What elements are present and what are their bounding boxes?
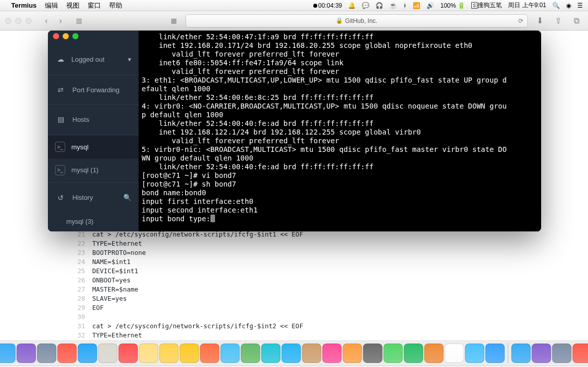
ime-icon[interactable]: 🅂 搜狗五笔 bbox=[471, 1, 502, 10]
cloud-icon: ☁ bbox=[55, 54, 66, 65]
tabs-icon[interactable]: ⧉ bbox=[570, 16, 583, 25]
code-text: TYPE=Ethernet bbox=[92, 331, 142, 339]
dock-safari-icon[interactable] bbox=[78, 344, 97, 363]
terminal-line: input bond type: bbox=[142, 215, 538, 223]
terminal-icon: >_ bbox=[55, 142, 65, 152]
bluetooth-icon[interactable]: ᚼ bbox=[403, 2, 407, 9]
safari-traffic-lights[interactable] bbox=[5, 18, 32, 24]
browser-content: 21cat > /etc/sysconfig/network-scripts/i… bbox=[0, 31, 588, 342]
back-button[interactable]: ‹ bbox=[40, 15, 53, 27]
dock-opera-icon[interactable] bbox=[58, 344, 77, 363]
spotlight-icon[interactable]: 🔍 bbox=[552, 2, 560, 9]
maximize-icon[interactable] bbox=[25, 18, 32, 24]
sidebar-toggle-button[interactable]: ▥ bbox=[72, 15, 86, 27]
dock-launchpad-icon[interactable] bbox=[37, 344, 57, 363]
menu-view[interactable]: 视图 bbox=[66, 1, 79, 10]
close-icon[interactable] bbox=[5, 18, 11, 24]
line-number: 32 bbox=[70, 331, 92, 339]
terminal-line: 5: virbr0-nic: <BROADCAST,MULTICAST> mtu… bbox=[142, 145, 538, 154]
dock-appstore-icon[interactable] bbox=[282, 344, 301, 363]
termius-traffic-lights[interactable] bbox=[53, 33, 78, 39]
dock-facetime-icon[interactable] bbox=[241, 344, 260, 363]
dock-messages-icon[interactable] bbox=[221, 344, 240, 363]
dock-notes-icon[interactable] bbox=[159, 344, 179, 363]
dock-reminders-icon[interactable] bbox=[139, 344, 158, 363]
sidebar-item-hosts[interactable]: ▤ Hosts bbox=[48, 106, 139, 133]
user-status[interactable]: ☁ Logged out ▾ bbox=[48, 45, 139, 74]
maximize-icon[interactable] bbox=[72, 33, 78, 39]
siri-menubar-icon[interactable]: ◉ bbox=[566, 2, 571, 9]
sidebar-item-history[interactable]: ↺ History 🔍 bbox=[48, 184, 139, 211]
wechat-menubar-icon[interactable]: 💬 bbox=[362, 2, 369, 9]
terminal-line: efault qlen 1000 bbox=[142, 85, 538, 93]
dock-photos-icon[interactable] bbox=[200, 344, 220, 363]
wifi-icon[interactable]: 📶 bbox=[413, 2, 420, 9]
minimize-icon[interactable] bbox=[15, 18, 21, 24]
dock-chat-icon[interactable] bbox=[261, 344, 281, 363]
dock-preview-icon[interactable] bbox=[180, 344, 199, 363]
dock-settings-icon[interactable] bbox=[363, 344, 383, 363]
safari-toolbar: ‹ › ▥ ▦ 🔒 GitHub, Inc. ⟳ ⬇ ⇪ ⧉ bbox=[0, 11, 588, 31]
code-line: 28SLAVE=yes bbox=[70, 294, 519, 303]
code-line: 27MASTER=$name bbox=[70, 284, 519, 294]
menu-window[interactable]: 窗口 bbox=[88, 1, 101, 10]
menu-edit[interactable]: 编辑 bbox=[45, 1, 58, 10]
clock[interactable]: 周日 上午9:01 bbox=[508, 1, 546, 10]
tab-overview-button[interactable]: ▦ bbox=[167, 15, 180, 27]
code-text: MASTER=$name bbox=[92, 285, 138, 293]
dock-notes-app-icon[interactable] bbox=[98, 344, 118, 363]
termius-sidebar: ☁ Logged out ▾ ⇄ Port Forwarding ▤ Hosts… bbox=[48, 31, 139, 231]
dock-blank-icon[interactable] bbox=[512, 344, 531, 363]
sidebar-item-mysql[interactable]: >_ mysql bbox=[48, 136, 139, 159]
url-bar[interactable]: 🔒 GitHub, Inc. ⟳ bbox=[185, 14, 528, 28]
dock-wechat2-icon[interactable] bbox=[404, 344, 423, 363]
dock-trash-icon[interactable] bbox=[573, 344, 589, 363]
dock-books-icon[interactable] bbox=[343, 344, 362, 363]
dock-finder-icon[interactable] bbox=[0, 344, 16, 363]
code-line: 23BOOTPROTO=none bbox=[70, 248, 519, 257]
sidebar-item-mysql-1[interactable]: >_ mysql (1) bbox=[48, 159, 139, 181]
minimize-icon[interactable] bbox=[63, 33, 69, 39]
line-number: 29 bbox=[70, 304, 92, 311]
code-line: 32TYPE=Ethernet bbox=[70, 330, 519, 339]
menubar-right: ⏺ 00:04:39 🔔 💬 🎧 ☕ ᚼ 📶 🔊 100% 🔋 🅂 搜狗五笔 周… bbox=[312, 1, 583, 10]
lock-icon: 🔒 bbox=[336, 17, 343, 24]
sidebar-item-port-forwarding[interactable]: ⇄ Port Forwarding bbox=[48, 76, 139, 103]
dock-display-icon[interactable] bbox=[552, 344, 572, 363]
dock-calendar-icon[interactable] bbox=[119, 344, 138, 363]
volume-icon[interactable]: 🔊 bbox=[426, 2, 434, 9]
app-name[interactable]: Termius bbox=[11, 2, 37, 9]
forward-button[interactable]: › bbox=[54, 15, 67, 27]
battery-status[interactable]: 100% 🔋 bbox=[440, 2, 465, 9]
dock-maps-icon[interactable] bbox=[302, 344, 322, 363]
dock-qq-icon[interactable] bbox=[445, 344, 464, 363]
code-line: 29EOF bbox=[70, 303, 519, 312]
record-indicator[interactable]: ⏺ 00:04:39 bbox=[312, 2, 342, 9]
downloads-icon[interactable]: ⬇ bbox=[533, 16, 546, 25]
line-number: 31 bbox=[70, 322, 92, 330]
terminal-line: [root@c71 ~]# sh bond7 bbox=[142, 180, 538, 189]
code-line: 30 bbox=[70, 312, 519, 321]
dock-music-icon[interactable] bbox=[323, 344, 342, 363]
dock-camera-icon[interactable] bbox=[465, 344, 485, 363]
coffee-icon[interactable]: ☕ bbox=[389, 2, 397, 9]
headphones-icon[interactable]: 🎧 bbox=[376, 2, 383, 9]
code-line: 24NAME=$int1 bbox=[70, 257, 519, 266]
code-text: NAME=$int1 bbox=[92, 258, 130, 266]
control-center-icon[interactable]: ☰ bbox=[577, 2, 583, 9]
notifications-icon[interactable]: 🔔 bbox=[348, 2, 356, 9]
terminal-line: link/ether 52:54:00:40:fe:ad brd ff:ff:f… bbox=[142, 119, 538, 128]
dock-siri-icon[interactable] bbox=[17, 344, 36, 363]
menu-help[interactable]: 帮助 bbox=[109, 1, 122, 10]
terminal-output[interactable]: link/ether 52:54:00:47:1f:a9 brd ff:ff:f… bbox=[139, 31, 541, 231]
dock-wechat-icon[interactable] bbox=[384, 344, 403, 363]
terminal-icon: >_ bbox=[55, 165, 65, 175]
close-icon[interactable] bbox=[53, 33, 59, 39]
share-icon[interactable]: ⇪ bbox=[551, 16, 565, 25]
reload-icon[interactable]: ⟳ bbox=[518, 17, 523, 24]
dock-zoom-icon[interactable] bbox=[486, 344, 505, 363]
search-icon[interactable]: 🔍 bbox=[123, 194, 131, 201]
dock-app1-icon[interactable] bbox=[424, 344, 444, 363]
history-item-mysql-3[interactable]: mysql (3) bbox=[48, 211, 139, 231]
dock-folder-icon[interactable] bbox=[532, 344, 551, 363]
